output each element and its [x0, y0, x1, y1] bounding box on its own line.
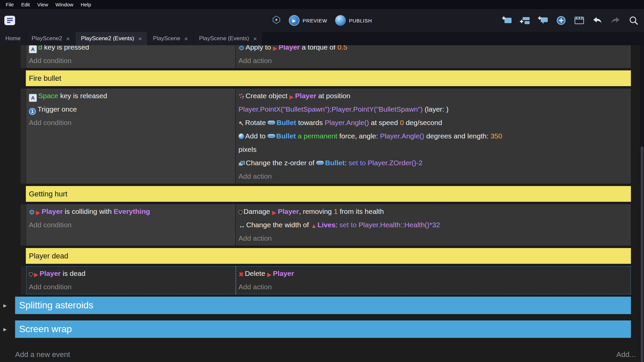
text-segment: Apply to	[246, 45, 273, 51]
condition-line[interactable]: Ad key is pressed	[29, 45, 232, 54]
add-condition-button[interactable]: Add condition	[29, 218, 232, 232]
actions-cell[interactable]: Create object ▶Player at position Player…	[236, 88, 631, 184]
event-drag-handle[interactable]	[20, 204, 26, 246]
text-segment: Player.PointX("BulletSpawn");Player.Poin…	[238, 105, 423, 113]
action-line[interactable]: Create object ▶Player at position Player…	[238, 89, 628, 116]
add-event-footer: Add a new event Add...	[0, 347, 636, 362]
menu-item-edit[interactable]: Edit	[17, 2, 34, 7]
condition-line[interactable]: ASpace key is released	[29, 89, 232, 103]
tab-playscene-events[interactable]: PlayScene (Events)×	[194, 32, 262, 45]
action-line[interactable]: ↖Rotate Bullet towards Player.Angle() at…	[238, 116, 628, 129]
text-segment: 1	[334, 207, 338, 215]
trigger-once-icon: 1	[29, 103, 38, 116]
text-segment: Player	[295, 92, 316, 100]
text-segment: deg/second	[404, 119, 442, 126]
text-segment: (layer: )	[423, 105, 448, 113]
player-icon: ▶	[267, 267, 273, 280]
tab-close-icon[interactable]: ×	[138, 36, 142, 42]
tab-close-icon[interactable]: ×	[66, 36, 70, 42]
condition-line[interactable]: 1Trigger once	[29, 103, 232, 116]
tab-close-icon[interactable]: ×	[253, 36, 257, 42]
text-segment: Everything	[114, 207, 150, 215]
add-action-button[interactable]: Add action	[238, 280, 628, 294]
text-segment: set to	[348, 159, 368, 167]
text-segment: Player.Health::Health()*32	[359, 221, 440, 229]
add-subevent-icon[interactable]	[519, 15, 531, 26]
action-line[interactable]: Add to Bullet a permanent force, angle: …	[238, 129, 628, 156]
search-icon[interactable]	[628, 15, 639, 26]
add-condition-button[interactable]: Add condition	[29, 116, 232, 129]
add-action-button[interactable]: Add action	[238, 232, 628, 245]
preview-label: PREVIEW	[303, 18, 327, 23]
publish-button[interactable]: PUBLISH	[335, 15, 372, 26]
add-event-icon[interactable]	[501, 15, 513, 26]
text-segment: d	[38, 45, 42, 51]
action-line[interactable]: ⚙Apply to ▶Player a torque of 0.5	[238, 45, 628, 54]
group-bar[interactable]: Screen wrap	[15, 320, 631, 338]
comment-bar[interactable]: Getting hurt	[26, 186, 631, 202]
add-new-icon[interactable]	[555, 15, 567, 26]
text-segment: 0.5	[337, 45, 347, 51]
tab-bar: HomePlayScene2×PlayScene2 (Events)×PlayS…	[0, 32, 644, 45]
preview-button[interactable]: ▶ PREVIEW	[289, 15, 327, 26]
add-action-button[interactable]: Add action	[238, 54, 628, 67]
event-drag-handle[interactable]	[20, 88, 26, 184]
text-segment: Create object	[246, 92, 289, 100]
actions-cell[interactable]: ⚙Apply to ▶Player a torque of 0.5Add act…	[236, 45, 631, 68]
group-collapse-arrow-icon[interactable]: ▶	[0, 303, 15, 308]
condition-line[interactable]: ⚙▶Player is colliding with Everything	[29, 205, 232, 218]
comment-bar[interactable]: Fire bullet	[26, 70, 631, 86]
add-new-event-button[interactable]: Add a new event	[15, 350, 70, 359]
conditions-cell[interactable]: ASpace key is released1Trigger onceAdd c…	[26, 88, 236, 184]
choose-editor-icon[interactable]	[574, 15, 585, 26]
conditions-cell[interactable]: ♥▶Player is deadAdd condition	[26, 266, 236, 294]
vertical-scrollbar[interactable]	[640, 45, 644, 362]
tab-playscene[interactable]: PlayScene×	[148, 32, 194, 45]
add-condition-button[interactable]: Add condition	[29, 54, 232, 67]
group-bar[interactable]: Splitting asteroids	[15, 297, 631, 314]
undo-icon[interactable]	[592, 15, 603, 26]
action-line[interactable]: Change the z-order of Bullet: set to Pla…	[238, 156, 628, 170]
action-line[interactable]: ✖Delete ▶Player	[238, 267, 628, 280]
event-drag-handle[interactable]	[20, 45, 26, 68]
add-condition-button[interactable]: Add condition	[29, 280, 232, 294]
text-segment: force, angle:	[337, 132, 380, 140]
conditions-cell[interactable]: Ad key is pressedAdd condition	[26, 45, 236, 68]
comment-bar[interactable]: Player dead	[26, 248, 631, 264]
text-segment: Player	[278, 207, 299, 215]
actions-cell[interactable]: ♥Damage ▶Player, removing 1 from its hea…	[236, 204, 631, 246]
tab-playscene2[interactable]: PlayScene2×	[26, 32, 75, 45]
conditions-cell[interactable]: ⚙▶Player is colliding with EverythingAdd…	[26, 204, 236, 246]
add-comment-icon[interactable]	[537, 15, 549, 26]
tab-playscene2-events[interactable]: PlayScene2 (Events)×	[75, 32, 148, 45]
menu-item-view[interactable]: View	[34, 2, 52, 7]
event-group: ▶Splitting asteroids	[0, 297, 631, 314]
action-line[interactable]: ♥Damage ▶Player, removing 1 from its hea…	[238, 205, 628, 218]
gdevelop-window: FileEditViewWindowHelp ▶ PREVIEW PUBLISH…	[0, 0, 644, 362]
text-segment: 350	[490, 132, 502, 140]
add-action-button[interactable]: Add action	[238, 170, 628, 183]
menu-item-file[interactable]: File	[2, 2, 17, 7]
event-row: ASpace key is released1Trigger onceAdd c…	[20, 88, 631, 184]
gdevelop-logo-icon[interactable]	[4, 15, 15, 25]
lives-icon: ▲	[311, 218, 318, 232]
event-drag-handle[interactable]	[20, 266, 26, 294]
add-more-button[interactable]: Add...	[616, 350, 636, 359]
create-object-icon	[238, 89, 246, 103]
extension-chip-icon	[272, 15, 281, 25]
text-segment: Player	[279, 45, 300, 51]
tab-close-icon[interactable]: ×	[184, 36, 188, 42]
action-line[interactable]: ↔Change the width of ▲Lives: set to Play…	[238, 218, 628, 232]
menu-item-window[interactable]: Window	[52, 2, 77, 7]
text-segment: Player	[40, 269, 61, 277]
actions-cell[interactable]: ✖Delete ▶PlayerAdd action	[236, 266, 631, 294]
event-row: ⚙▶Player is colliding with EverythingAdd…	[20, 204, 631, 246]
rotate-icon: ↖	[238, 116, 245, 129]
menu-item-help[interactable]: Help	[77, 2, 95, 7]
text-segment: towards	[296, 119, 325, 126]
group-collapse-arrow-icon[interactable]: ▶	[0, 327, 15, 332]
tab-home[interactable]: Home	[0, 32, 26, 45]
redo-icon[interactable]	[610, 15, 621, 26]
scrollbar-thumb[interactable]	[641, 146, 643, 362]
condition-line[interactable]: ♥▶Player is dead	[29, 267, 232, 280]
